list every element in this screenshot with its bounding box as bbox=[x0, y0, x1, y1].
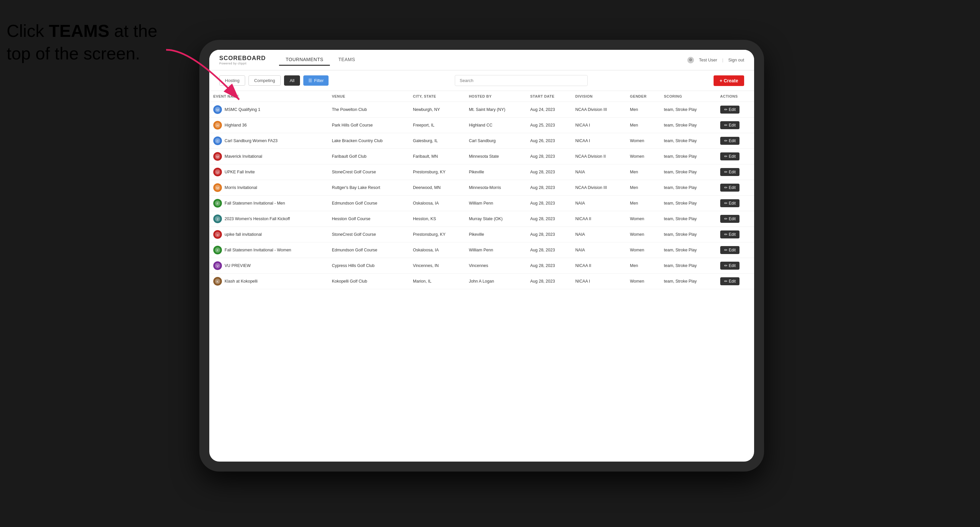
tournaments-table: EVENT NAME VENUE CITY, STATE HOSTED BY S… bbox=[209, 91, 754, 289]
edit-label: Edit bbox=[729, 185, 736, 190]
edit-label: Edit bbox=[729, 232, 736, 237]
table-row: F Fall Statesmen Invitational - Women Ed… bbox=[209, 243, 754, 258]
event-name: MSMC Qualifying 1 bbox=[224, 107, 261, 112]
actions-cell: ✏ Edit bbox=[716, 195, 754, 211]
start-date-cell: Aug 28, 2023 bbox=[526, 258, 571, 274]
edit-label: Edit bbox=[729, 248, 736, 252]
edit-icon: ✏ bbox=[724, 216, 727, 221]
division-cell: NICAA II bbox=[571, 258, 626, 274]
actions-cell: ✏ Edit bbox=[716, 227, 754, 243]
all-tab[interactable]: All bbox=[284, 75, 300, 86]
logo-subtext: Powered by clippit bbox=[219, 62, 266, 65]
edit-button[interactable]: ✏ Edit bbox=[720, 199, 740, 207]
venue-cell: StoneCrest Golf Course bbox=[328, 164, 409, 180]
actions-cell: ✏ Edit bbox=[716, 149, 754, 164]
scoring-cell: team, Stroke Play bbox=[660, 149, 716, 164]
team-icon: M bbox=[213, 183, 222, 192]
nav-tab-teams[interactable]: TEAMS bbox=[331, 54, 362, 66]
start-date-cell: Aug 25, 2023 bbox=[526, 117, 571, 133]
search-input[interactable] bbox=[455, 75, 588, 86]
edit-label: Edit bbox=[729, 170, 736, 175]
edit-label: Edit bbox=[729, 216, 736, 221]
scoring-cell: team, Stroke Play bbox=[660, 227, 716, 243]
scoring-cell: team, Stroke Play bbox=[660, 102, 716, 117]
team-icon: M bbox=[213, 105, 222, 114]
team-icon: u bbox=[213, 230, 222, 239]
city-cell: Hesston, KS bbox=[409, 211, 465, 227]
edit-button[interactable]: ✏ Edit bbox=[720, 137, 740, 145]
edit-label: Edit bbox=[729, 138, 736, 143]
col-city-state: CITY, STATE bbox=[409, 91, 465, 102]
event-name-cell: M Maverick Invitational bbox=[209, 149, 328, 164]
edit-icon: ✏ bbox=[724, 138, 727, 143]
team-icon: U bbox=[213, 168, 222, 176]
create-button[interactable]: + Create bbox=[714, 75, 744, 86]
hosted-by-cell: Minnesota-Morris bbox=[465, 180, 526, 195]
hosted-by-cell: Minnesota State bbox=[465, 149, 526, 164]
event-name-cell: K Klash at Kokopelli bbox=[209, 274, 328, 289]
edit-button[interactable]: ✏ Edit bbox=[720, 277, 740, 285]
city-cell: Newburgh, NY bbox=[409, 102, 465, 117]
filter-button[interactable]: ☰ Filter bbox=[303, 75, 329, 86]
hosted-by-cell: Pikeville bbox=[465, 227, 526, 243]
actions-cell: ✏ Edit bbox=[716, 164, 754, 180]
search-wrapper bbox=[332, 75, 710, 86]
venue-cell: Ruttger's Bay Lake Resort bbox=[328, 180, 409, 195]
city-cell: Oskaloosa, IA bbox=[409, 195, 465, 211]
venue-cell: The Powelton Club bbox=[328, 102, 409, 117]
svg-text:C: C bbox=[216, 140, 219, 143]
scoring-cell: team, Stroke Play bbox=[660, 274, 716, 289]
start-date-cell: Aug 28, 2023 bbox=[526, 195, 571, 211]
event-name: UPKE Fall Invite bbox=[224, 170, 255, 175]
hosting-tab[interactable]: Hosting bbox=[219, 75, 245, 86]
edit-button[interactable]: ✏ Edit bbox=[720, 121, 740, 129]
start-date-cell: Aug 28, 2023 bbox=[526, 227, 571, 243]
edit-button[interactable]: ✏ Edit bbox=[720, 184, 740, 192]
instruction-line1: Click TEAMS at thetop of the screen. bbox=[6, 21, 158, 63]
svg-text:K: K bbox=[216, 280, 219, 283]
actions-cell: ✏ Edit bbox=[716, 117, 754, 133]
gender-cell: Women bbox=[626, 149, 660, 164]
venue-cell: Lake Bracken Country Club bbox=[328, 133, 409, 149]
competing-tab[interactable]: Competing bbox=[248, 75, 281, 86]
event-name: Klash at Kokopelli bbox=[224, 279, 258, 284]
hosted-by-cell: Murray State (OK) bbox=[465, 211, 526, 227]
team-icon: K bbox=[213, 277, 222, 286]
start-date-cell: Aug 28, 2023 bbox=[526, 243, 571, 258]
start-date-cell: Aug 24, 2023 bbox=[526, 102, 571, 117]
table-row: U UPKE Fall Invite StoneCrest Golf Cours… bbox=[209, 164, 754, 180]
gender-cell: Women bbox=[626, 243, 660, 258]
col-gender: GENDER bbox=[626, 91, 660, 102]
signout-link[interactable]: Sign out bbox=[728, 57, 744, 62]
svg-text:U: U bbox=[216, 171, 219, 174]
edit-button[interactable]: ✏ Edit bbox=[720, 230, 740, 238]
team-icon: F bbox=[213, 199, 222, 208]
svg-text:M: M bbox=[216, 108, 219, 111]
event-name-cell: V VU PREVIEW bbox=[209, 258, 328, 274]
edit-button[interactable]: ✏ Edit bbox=[720, 152, 740, 160]
edit-button[interactable]: ✏ Edit bbox=[720, 168, 740, 176]
settings-icon[interactable]: ⚙ bbox=[687, 57, 694, 63]
division-cell: NICAA I bbox=[571, 117, 626, 133]
scoring-cell: team, Stroke Play bbox=[660, 195, 716, 211]
gender-cell: Women bbox=[626, 227, 660, 243]
edit-icon: ✏ bbox=[724, 232, 727, 237]
logo-text: SCOREBOARD bbox=[219, 55, 266, 62]
edit-button[interactable]: ✏ Edit bbox=[720, 246, 740, 254]
edit-button[interactable]: ✏ Edit bbox=[720, 106, 740, 114]
gender-cell: Men bbox=[626, 195, 660, 211]
teams-keyword: TEAMS bbox=[49, 21, 109, 41]
city-cell: Vincennes, IN bbox=[409, 258, 465, 274]
hosted-by-cell: Vincennes bbox=[465, 258, 526, 274]
edit-button[interactable]: ✏ Edit bbox=[720, 262, 740, 270]
venue-cell: Hesston Golf Course bbox=[328, 211, 409, 227]
division-cell: NICAA I bbox=[571, 133, 626, 149]
division-cell: NCAA Division II bbox=[571, 149, 626, 164]
hosted-by-cell: Pikeville bbox=[465, 164, 526, 180]
division-cell: NAIA bbox=[571, 227, 626, 243]
nav-tab-tournaments[interactable]: TOURNAMENTS bbox=[279, 54, 330, 66]
edit-button[interactable]: ✏ Edit bbox=[720, 215, 740, 223]
edit-label: Edit bbox=[729, 123, 736, 127]
svg-text:F: F bbox=[216, 202, 219, 205]
instruction-text: Click TEAMS at thetop of the screen. bbox=[6, 20, 158, 65]
